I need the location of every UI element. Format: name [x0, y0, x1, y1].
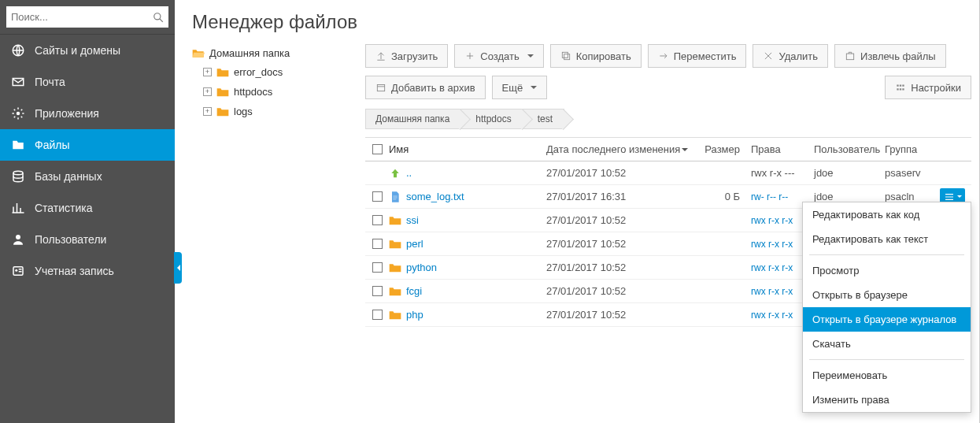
- svg-point-0: [154, 13, 161, 19]
- stats-icon: [11, 201, 25, 215]
- copy-button[interactable]: Копировать: [550, 44, 642, 68]
- tree-node[interactable]: +httpdocs: [203, 82, 356, 102]
- context-menu-item[interactable]: Изменить права: [803, 388, 971, 412]
- file-name[interactable]: fcgi: [406, 285, 422, 297]
- account-icon: [11, 264, 25, 278]
- context-menu-item[interactable]: Редактировать как код: [803, 202, 971, 227]
- tree-node-label: logs: [234, 106, 253, 117]
- file-date: 27/01/2017 10:52: [546, 309, 704, 321]
- tree-node[interactable]: +error_docs: [203, 62, 356, 82]
- file-name[interactable]: ssi: [406, 214, 419, 226]
- folder-icon: [216, 67, 229, 78]
- col-modified[interactable]: Дата последнего изменения: [546, 143, 704, 155]
- file-name[interactable]: ..: [406, 167, 412, 179]
- svg-rect-9: [562, 52, 568, 58]
- sidebar-item-users[interactable]: Пользователи: [0, 224, 175, 255]
- context-menu-item[interactable]: Открыть в браузере журналов: [803, 307, 971, 332]
- upload-button[interactable]: Загрузить: [365, 44, 448, 68]
- sidebar-item-label: Базы данных: [35, 170, 102, 183]
- apps-icon: [11, 106, 25, 121]
- sort-desc-icon: [682, 148, 688, 154]
- svg-line-1: [160, 18, 163, 21]
- col-group[interactable]: Группа: [885, 143, 940, 155]
- mail-icon: [11, 75, 25, 89]
- folder-icon: [216, 87, 229, 98]
- svg-point-5: [16, 235, 20, 239]
- split-handle[interactable]: [174, 252, 182, 284]
- remove-button[interactable]: Удалить: [753, 44, 828, 68]
- sidebar-item-stats[interactable]: Статистика: [0, 192, 175, 224]
- expand-icon[interactable]: +: [203, 107, 212, 116]
- file-name[interactable]: python: [406, 262, 437, 273]
- row-checkbox[interactable]: [372, 239, 383, 249]
- permissions: rwx r-x ---: [751, 167, 795, 179]
- context-menu-item[interactable]: Редактировать как текст: [803, 227, 971, 251]
- permissions-link[interactable]: rwx r-x r-x: [751, 286, 793, 297]
- breadcrumb-item[interactable]: Домашняя папка: [365, 109, 461, 129]
- context-menu-item[interactable]: Скачать: [803, 332, 971, 356]
- svg-rect-10: [846, 54, 853, 60]
- file-name[interactable]: perl: [406, 238, 423, 250]
- sidebar-item-label: Пользователи: [35, 233, 106, 246]
- tree-node[interactable]: +logs: [203, 102, 356, 121]
- permissions-link[interactable]: rw- r-- r--: [751, 191, 788, 202]
- settings-button[interactable]: Настройки: [885, 76, 971, 99]
- sidebar-item-mail[interactable]: Почта: [0, 66, 175, 98]
- row-checkbox[interactable]: [372, 286, 383, 296]
- file-name[interactable]: some_log.txt: [406, 191, 464, 202]
- select-all-checkbox[interactable]: [372, 144, 383, 154]
- toolbar: Загрузить Создать Копировать Переместить…: [365, 44, 971, 68]
- menu-separator: [809, 359, 964, 360]
- context-menu-item[interactable]: Просмотр: [803, 258, 971, 283]
- file-name[interactable]: php: [406, 309, 423, 321]
- archive-button[interactable]: Добавить в архив: [365, 76, 486, 99]
- col-size[interactable]: Размер: [704, 143, 751, 155]
- sidebar-item-label: Почта: [35, 76, 65, 88]
- expand-icon[interactable]: +: [203, 87, 212, 96]
- sidebar-item-files[interactable]: Файлы: [0, 129, 175, 161]
- sidebar-item-db[interactable]: Базы данных: [0, 161, 175, 192]
- more-button[interactable]: Ещё: [492, 76, 548, 99]
- col-name[interactable]: Имя: [389, 143, 546, 155]
- row-checkbox[interactable]: [372, 215, 383, 225]
- svg-point-7: [15, 269, 17, 272]
- file-user: jdoe: [814, 191, 885, 202]
- extract-button[interactable]: Извлечь файлы: [834, 44, 946, 68]
- sidebar-item-apps[interactable]: Приложения: [0, 98, 175, 129]
- remove-label: Удалить: [778, 50, 818, 62]
- file-date: 27/01/2017 10:52: [546, 238, 704, 250]
- search-icon: [153, 12, 164, 23]
- permissions-link[interactable]: rwx r-x r-x: [751, 239, 793, 250]
- table-header: Имя Дата последнего изменения Размер Пра…: [365, 138, 971, 161]
- col-user[interactable]: Пользователь: [814, 143, 885, 155]
- row-checkbox[interactable]: [372, 310, 383, 320]
- folder-icon: [389, 262, 401, 274]
- search-box[interactable]: [6, 6, 168, 28]
- row-checkbox[interactable]: [372, 262, 383, 273]
- sidebar-item-label: Сайты и домены: [35, 44, 120, 57]
- sidebar-item-account[interactable]: Учетная запись: [0, 255, 175, 287]
- file-user: jdoe: [814, 167, 885, 179]
- context-menu-item[interactable]: Открыть в браузере: [803, 283, 971, 307]
- create-button[interactable]: Создать: [454, 44, 543, 68]
- upload-label: Загрузить: [391, 50, 438, 62]
- permissions-link[interactable]: rwx r-x r-x: [751, 310, 793, 321]
- tree-node-label: error_docs: [234, 66, 283, 78]
- search-input[interactable]: [11, 11, 153, 23]
- permissions-link[interactable]: rwx r-x r-x: [751, 215, 793, 226]
- file-date: 27/01/2017 16:31: [546, 191, 704, 202]
- create-label: Создать: [480, 50, 519, 62]
- move-button[interactable]: Переместить: [648, 44, 747, 68]
- folder-icon: [216, 106, 229, 117]
- expand-icon[interactable]: +: [203, 68, 212, 76]
- more-label: Ещё: [502, 82, 523, 94]
- col-perm[interactable]: Права: [751, 143, 814, 155]
- svg-point-4: [13, 171, 23, 175]
- context-menu-item[interactable]: Переименовать: [803, 363, 971, 388]
- tree-root[interactable]: Домашняя папка: [192, 44, 356, 62]
- users-icon: [11, 232, 25, 247]
- sidebar-item-sites[interactable]: Сайты и домены: [0, 35, 175, 66]
- sidebar-item-label: Файлы: [35, 139, 69, 151]
- row-checkbox[interactable]: [372, 191, 383, 202]
- permissions-link[interactable]: rwx r-x r-x: [751, 262, 793, 273]
